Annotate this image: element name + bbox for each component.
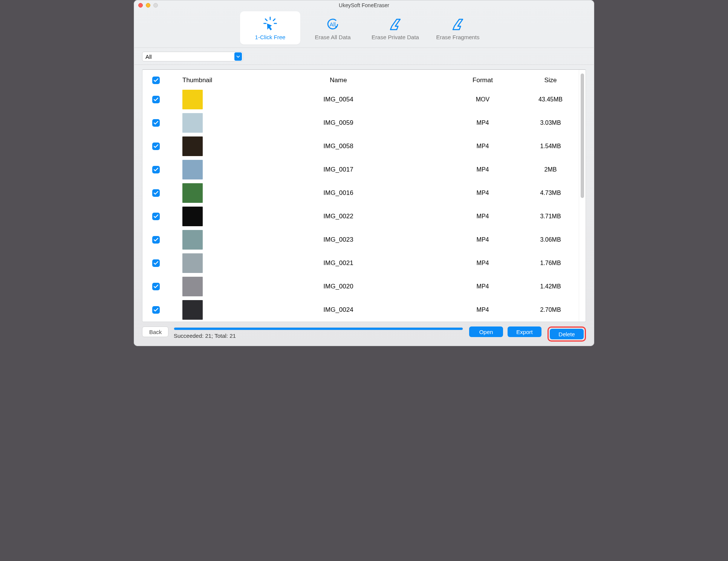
row-name: IMG_0054 — [234, 96, 443, 103]
scrollbar-thumb[interactable] — [581, 74, 584, 198]
file-panel: Thumbnail Name Format Size IMG_0054MOV43… — [142, 69, 586, 322]
table-row[interactable]: IMG_0059MP43.03MB — [142, 111, 579, 135]
filter-select[interactable]: All — [142, 52, 243, 61]
row-size: 2.70MB — [522, 307, 579, 313]
tab-erase-fragments[interactable]: Erase Fragments — [428, 11, 488, 44]
tab-label: Erase Fragments — [436, 34, 479, 40]
row-checkbox[interactable] — [152, 283, 160, 290]
col-format: Format — [443, 77, 522, 84]
thumbnail-image — [182, 230, 203, 250]
footer: Back Succeeded: 21; Total: 21 Open Expor… — [134, 322, 594, 346]
table-row[interactable]: IMG_0022MP43.71MB — [142, 205, 579, 228]
row-checkbox[interactable] — [152, 259, 160, 267]
file-list: Thumbnail Name Format Size IMG_0054MOV43… — [142, 70, 579, 322]
window-zoom-button[interactable] — [153, 3, 158, 8]
content: Thumbnail Name Format Size IMG_0054MOV43… — [134, 65, 594, 322]
row-size: 3.71MB — [522, 213, 579, 220]
table-row[interactable]: IMG_0058MP41.54MB — [142, 135, 579, 158]
action-buttons: Open Export Delete — [469, 326, 586, 342]
app-window: UkeySoft FoneEraser 1-Click Free All Era… — [134, 0, 594, 346]
row-size: 43.45MB — [522, 96, 579, 103]
row-format: MOV — [443, 96, 522, 103]
open-button[interactable]: Open — [469, 326, 503, 337]
table-row[interactable]: IMG_0021MP41.76MB — [142, 251, 579, 275]
thumbnail-image — [182, 90, 203, 109]
row-checkbox[interactable] — [152, 306, 160, 314]
delete-highlight: Delete — [548, 326, 586, 342]
window-close-button[interactable] — [138, 3, 143, 8]
window-title: UkeySoft FoneEraser — [134, 2, 594, 8]
delete-button[interactable]: Delete — [550, 329, 584, 339]
row-format: MP4 — [443, 120, 522, 126]
click-free-icon — [262, 16, 279, 32]
thumbnail-image — [182, 300, 203, 320]
window-controls — [138, 3, 158, 8]
table-body: IMG_0054MOV43.45MBIMG_0059MP43.03MBIMG_0… — [142, 88, 579, 322]
table-header: Thumbnail Name Format Size — [142, 70, 579, 88]
table-row[interactable]: IMG_0023MP43.06MB — [142, 228, 579, 251]
tab-label: Erase Private Data — [372, 34, 419, 40]
erase-fragments-icon — [449, 16, 466, 32]
erase-private-icon — [387, 16, 404, 32]
select-all-checkbox[interactable] — [152, 77, 160, 84]
row-name: IMG_0017 — [234, 166, 443, 173]
row-checkbox[interactable] — [152, 143, 160, 150]
col-thumbnail: Thumbnail — [170, 77, 234, 84]
table-row[interactable]: IMG_0054MOV43.45MB — [142, 88, 579, 111]
row-format: MP4 — [443, 143, 522, 150]
row-format: MP4 — [443, 260, 522, 267]
table-row[interactable]: IMG_0024MP42.70MB — [142, 298, 579, 322]
row-checkbox[interactable] — [152, 213, 160, 220]
window-minimize-button[interactable] — [146, 3, 150, 8]
thumbnail-image — [182, 136, 203, 156]
row-size: 3.06MB — [522, 236, 579, 243]
col-size: Size — [522, 77, 579, 84]
tab-label: Erase All Data — [315, 34, 350, 40]
chevron-down-icon — [234, 52, 242, 61]
scrollbar[interactable] — [579, 70, 586, 322]
row-name: IMG_0059 — [234, 119, 443, 127]
row-format: MP4 — [443, 213, 522, 220]
progress-bar-fill — [174, 328, 463, 330]
row-checkbox[interactable] — [152, 189, 160, 197]
svg-point-6 — [335, 26, 337, 28]
row-format: MP4 — [443, 307, 522, 313]
progress-bar-track — [174, 327, 463, 330]
row-name: IMG_0024 — [234, 306, 443, 314]
titlebar: UkeySoft FoneEraser — [134, 0, 594, 11]
tab-erase-all-data[interactable]: All Erase All Data — [303, 11, 363, 44]
row-format: MP4 — [443, 190, 522, 196]
row-checkbox[interactable] — [152, 166, 160, 173]
svg-text:All: All — [330, 21, 336, 27]
svg-line-2 — [273, 19, 275, 21]
table-row[interactable]: IMG_0020MP41.42MB — [142, 275, 579, 298]
row-format: MP4 — [443, 283, 522, 290]
row-name: IMG_0016 — [234, 189, 443, 197]
row-name: IMG_0058 — [234, 143, 443, 150]
thumbnail-image — [182, 253, 203, 273]
row-name: IMG_0023 — [234, 236, 443, 244]
row-format: MP4 — [443, 166, 522, 173]
row-size: 2MB — [522, 166, 579, 173]
row-checkbox[interactable] — [152, 236, 160, 244]
row-size: 4.73MB — [522, 190, 579, 196]
row-size: 3.03MB — [522, 120, 579, 126]
filter-value: All — [142, 54, 155, 60]
row-format: MP4 — [443, 236, 522, 243]
status-text: Succeeded: 21; Total: 21 — [174, 333, 463, 339]
tab-erase-private-data[interactable]: Erase Private Data — [365, 11, 425, 44]
col-name: Name — [234, 77, 443, 84]
svg-line-1 — [265, 19, 267, 21]
toolbar: All — [134, 48, 594, 65]
row-checkbox[interactable] — [152, 119, 160, 127]
table-row[interactable]: IMG_0016MP44.73MB — [142, 181, 579, 205]
table-row[interactable]: IMG_0017MP42MB — [142, 158, 579, 181]
thumbnail-image — [182, 183, 203, 203]
row-name: IMG_0022 — [234, 213, 443, 220]
row-name: IMG_0021 — [234, 259, 443, 267]
tab-1click-free[interactable]: 1-Click Free — [240, 11, 300, 44]
row-checkbox[interactable] — [152, 96, 160, 103]
back-button[interactable]: Back — [142, 326, 168, 337]
thumbnail-image — [182, 207, 203, 226]
export-button[interactable]: Export — [508, 326, 541, 337]
